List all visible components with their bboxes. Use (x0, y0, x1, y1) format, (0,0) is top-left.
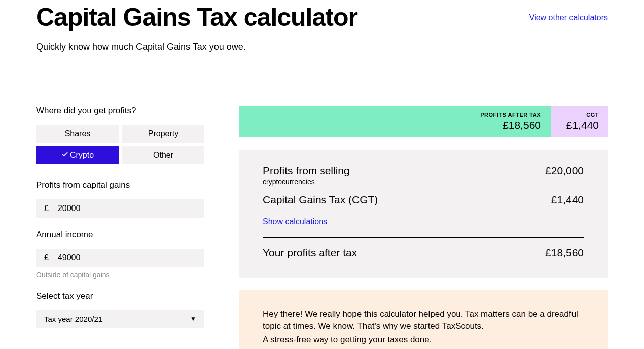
option-crypto-label: Crypto (70, 151, 94, 160)
promo-panel: Hey there! We really hope this calculato… (239, 290, 608, 350)
summary-profits-after-tax: PROFITS AFTER TAX £18,560 (239, 106, 551, 137)
profits-amount-label: Profits from capital gains (36, 180, 204, 190)
page-title: Capital Gains Tax calculator (36, 4, 357, 31)
option-crypto[interactable]: Crypto (36, 146, 119, 164)
view-other-calculators-link[interactable]: View other calculators (529, 13, 608, 22)
currency-symbol: £ (44, 204, 49, 213)
breakdown-panel: Profits from selling cryptocurrencies £2… (239, 150, 608, 278)
tax-year-select[interactable]: Tax year 2020/21 ▼ (36, 310, 204, 328)
page-subtitle: Quickly know how much Capital Gains Tax … (36, 42, 608, 52)
breakdown-final-title: Your profits after tax (263, 247, 357, 259)
profits-input[interactable] (58, 204, 196, 213)
summary-profits-label: PROFITS AFTER TAX (480, 112, 541, 118)
breakdown-row2-title: Capital Gains Tax (CGT) (263, 194, 378, 206)
income-input[interactable] (58, 253, 196, 262)
divider (263, 237, 584, 238)
profits-source-label: Where did you get profits? (36, 106, 204, 116)
income-label: Annual income (36, 230, 204, 240)
option-property[interactable]: Property (122, 125, 204, 143)
summary-cgt-value: £1,440 (566, 119, 599, 131)
summary-bar: PROFITS AFTER TAX £18,560 CGT £1,440 (239, 106, 608, 137)
chevron-down-icon: ▼ (190, 315, 196, 322)
breakdown-row1-title: Profits from selling (263, 165, 350, 177)
tax-year-value: Tax year 2020/21 (44, 315, 190, 323)
promo-line1: Hey there! We really hope this calculato… (263, 308, 584, 333)
summary-cgt-label: CGT (586, 112, 599, 118)
breakdown-row1-value: £20,000 (545, 165, 584, 177)
tax-year-label: Select tax year (36, 291, 204, 301)
promo-line2: A stress-free way to getting your taxes … (263, 334, 584, 346)
show-calculations-link[interactable]: Show calculations (263, 217, 327, 226)
summary-cgt: CGT £1,440 (551, 106, 608, 137)
breakdown-row1-sub: cryptocurrencies (263, 178, 350, 186)
breakdown-row2-value: £1,440 (551, 194, 584, 206)
check-icon (61, 151, 68, 160)
option-shares[interactable]: Shares (36, 125, 119, 143)
breakdown-final-value: £18,560 (545, 247, 584, 259)
option-other[interactable]: Other (122, 146, 204, 164)
currency-symbol: £ (44, 253, 49, 262)
summary-profits-value: £18,560 (503, 119, 541, 131)
income-hint: Outside of capital gains (36, 271, 204, 279)
